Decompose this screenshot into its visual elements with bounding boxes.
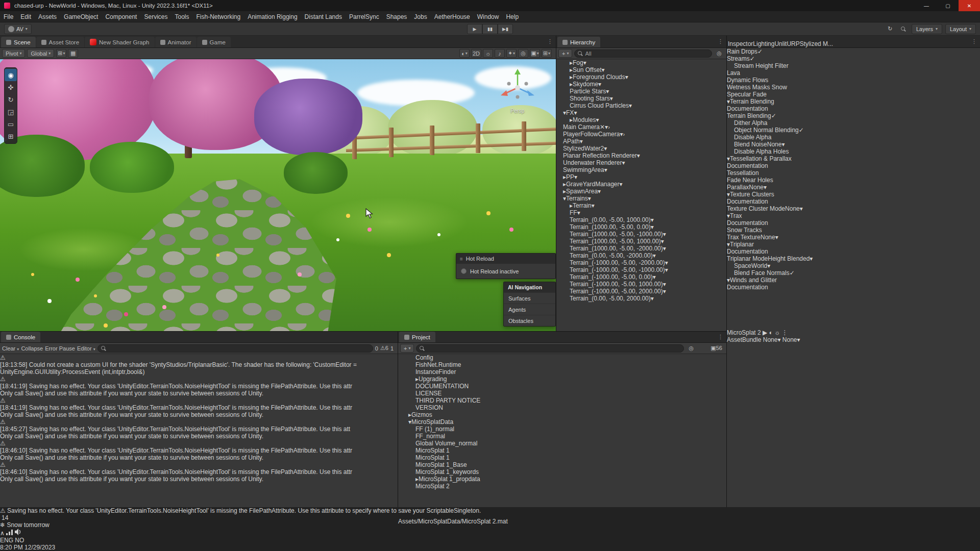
preview-header[interactable]: MicroSplat 2 ▶ ◐ ☼ ⋮ xyxy=(727,329,980,336)
hierarchy-row-graveyardmanager[interactable]: ▸GraveYardManager▾ xyxy=(556,181,726,188)
hierarchy-row-terrain-0-00-5-00-1000-00[interactable]: Terrain_(0.00, -5.00, 1000.00)▾ xyxy=(556,216,726,223)
tab-lighting[interactable]: Lighting xyxy=(753,40,774,47)
hierarchy-row-stylizedwater2[interactable]: StylizedWater2▾ xyxy=(556,145,726,152)
hierarchy-row-ff[interactable]: FF▾ xyxy=(556,209,726,216)
preview-light-icon[interactable]: ☼ xyxy=(774,329,780,336)
project-item-config[interactable]: Config xyxy=(398,354,726,361)
checkbox[interactable]: ✓ xyxy=(757,48,763,55)
projection-label[interactable]: Persp xyxy=(496,108,540,114)
inspector-section-terrain-blending[interactable]: ▾Terrain BlendingDocumentation xyxy=(727,98,980,112)
hierarchy-row-terrain-1000-00-5-00-1000-00[interactable]: Terrain_(-1000.00, -5.00, 1000.00)▾ xyxy=(556,281,726,288)
layers-dropdown[interactable]: Layers ▾ xyxy=(912,24,942,34)
console-entry[interactable]: ⚠[18:41:19] Saving has no effect. Your c… xyxy=(0,375,398,397)
checkbox[interactable]: ✓ xyxy=(799,127,804,134)
status-bar[interactable]: ⚠ Saving has no effect. Your class 'Unit… xyxy=(0,507,980,514)
hot-reload-status-row[interactable]: Hot Reload inactive xyxy=(456,264,555,279)
scene-viewport[interactable]: ◉✜↻◲▭⊞ xyxy=(0,59,556,331)
inspector-section-texture-clusters[interactable]: ▾Texture ClustersDocumentation xyxy=(727,191,980,205)
menu-item-parrelsync[interactable]: ParrelSync xyxy=(346,11,383,22)
console-entry[interactable]: ⚠[18:13:58] Could not create a custom UI… xyxy=(0,354,398,375)
scale-tool-icon[interactable]: ◲ xyxy=(5,106,17,118)
assetbundle-variant-dropdown[interactable]: None▾ xyxy=(782,336,800,343)
scene-audio-icon[interactable]: ♪ xyxy=(495,49,505,58)
hot-reload-header[interactable]: ≡ Hot Reload xyxy=(456,254,555,264)
panel-menu-icon[interactable]: ⋮ xyxy=(718,38,723,45)
hierarchy-row-terrain-1000-00-5-00-2000-00[interactable]: Terrain_(-1000.00, -5.00, 2000.00)▾ xyxy=(556,288,726,295)
project-item-microsplat-1[interactable]: MicroSplat 1 xyxy=(398,454,726,461)
checkbox[interactable]: ✓ xyxy=(771,112,776,119)
inspector-section-winds-and-glitter[interactable]: ▾Winds and GlitterDocumentation xyxy=(727,277,980,291)
snap-settings-icon[interactable]: ▦ xyxy=(68,49,78,58)
console-entry[interactable]: ⚠[18:46:10] Saving has no effect. Your c… xyxy=(0,461,398,483)
project-search-input[interactable] xyxy=(416,344,684,353)
menu-item-jobs[interactable]: Jobs xyxy=(410,11,430,22)
hierarchy-row-swimmingarea[interactable]: SwimmingArea▾ xyxy=(556,166,726,173)
hierarchy-row-terrain[interactable]: ▸Terrain▾ xyxy=(556,202,726,209)
create-object-button[interactable]: + ▾ xyxy=(558,49,572,58)
view-tool-icon[interactable]: ◉ xyxy=(5,69,17,81)
project-item-microsplat-1[interactable]: MicroSplat 1 xyxy=(398,447,726,454)
project-item-gizmos[interactable]: ▸Gizmos xyxy=(398,411,726,418)
console-search-input[interactable] xyxy=(97,344,373,353)
hidden-objects-icon[interactable]: ◎ xyxy=(518,49,528,58)
tab-unliturp[interactable]: UnlitURP xyxy=(774,40,799,47)
console-entry[interactable]: ⚠[18:45:27] Saving has no effect. Your c… xyxy=(0,418,398,440)
inspector-section-trax[interactable]: ▾TraxDocumentation xyxy=(727,212,980,227)
hierarchy-row-particle-stars[interactable]: Particle Stars▾ xyxy=(556,88,726,95)
hierarchy-row-underwater-renderer[interactable]: Underwater Renderer▾ xyxy=(556,159,726,166)
menu-item-shapes[interactable]: Shapes xyxy=(383,11,411,22)
console-entry[interactable]: ⚠[18:46:10] Saving has no effect. Your c… xyxy=(0,440,398,461)
prefab-open-icon[interactable]: › xyxy=(608,124,610,130)
hierarchy-row-apath[interactable]: APath▾ xyxy=(556,138,726,145)
hierarchy-row-main-camera[interactable]: Main Camera✕▾› xyxy=(556,123,726,131)
project-item-license[interactable]: LICENSE xyxy=(398,390,726,397)
project-item-microsplat-2[interactable]: MicroSplat 2 xyxy=(398,483,726,490)
tab-asset-store[interactable]: Asset Store xyxy=(36,37,84,47)
rect-tool-icon[interactable]: ▭ xyxy=(5,118,17,130)
tab-stylized-m[interactable]: Stylized M... xyxy=(800,40,833,47)
scene-effects-icon[interactable]: ✦▾ xyxy=(506,49,517,58)
documentation-button[interactable]: Documentation xyxy=(727,198,980,205)
project-item-instancefinder[interactable]: InstanceFinder xyxy=(398,368,726,375)
layout-dropdown[interactable]: Layout ▾ xyxy=(945,24,976,34)
hierarchy-search-input[interactable]: All xyxy=(574,49,712,58)
scrollbar-thumb[interactable] xyxy=(727,291,980,329)
warning-count[interactable]: ⚠6 xyxy=(380,345,388,352)
inspector-section-triplanar[interactable]: ▾TriplanarDocumentation xyxy=(727,241,980,255)
dropdown[interactable]: World▾ xyxy=(751,262,770,269)
scene-lighting-icon[interactable]: ☼ xyxy=(483,49,493,58)
hierarchy-row-terrains[interactable]: ▾Terrains▾ xyxy=(556,195,726,202)
title-bar[interactable]: chased-urp - NewWorld - Windows, Mac, Li… xyxy=(0,0,980,11)
menu-item-help[interactable]: Help xyxy=(502,11,522,22)
error-pause-button[interactable]: Error Pause xyxy=(45,345,75,352)
tab-new-shader-graph[interactable]: New Shader Graph xyxy=(85,37,154,47)
project-item-third-party-notice[interactable]: THIRD PARTY NOTICE xyxy=(398,397,726,404)
tray-chevron-icon[interactable]: ∧ xyxy=(0,530,5,537)
lock-icon[interactable] xyxy=(698,344,708,353)
project-item-version[interactable]: VERSION xyxy=(398,404,726,411)
search-icon[interactable] xyxy=(898,24,909,33)
create-asset-button[interactable]: + ▾ xyxy=(400,344,414,353)
project-item-global-volume-normal[interactable]: Global Volume_normal xyxy=(398,440,726,447)
hierarchy-row-spawnarea[interactable]: ▸SpawnArea▾ xyxy=(556,188,726,195)
documentation-button[interactable]: Documentation xyxy=(727,105,980,112)
close-button[interactable]: ✕ xyxy=(959,0,980,11)
checkbox[interactable]: ✓ xyxy=(790,269,795,277)
hierarchy-row-skydome[interactable]: ▸Skydome▾ xyxy=(556,81,726,88)
ai-nav-item-obstacles[interactable]: Obstacles xyxy=(504,315,555,326)
documentation-button[interactable]: Documentation xyxy=(727,248,980,255)
volume-icon[interactable] xyxy=(15,529,22,535)
transform-tool-icon[interactable]: ⊞ xyxy=(5,130,17,142)
tab-project[interactable]: Project xyxy=(399,332,435,342)
project-item-upgrading[interactable]: ▸Upgrading xyxy=(398,375,726,383)
hierarchy-row-cirrus-cloud-particles[interactable]: Cirrus Cloud Particles▾ xyxy=(556,102,726,109)
hierarchy-row-planar-reflection-renderer[interactable]: Planar Reflection Renderer▾ xyxy=(556,152,726,159)
hierarchy-row-terrain-1000-00-5-00-1000-00[interactable]: Terrain_(1000.00, -5.00, 1000.00)▾ xyxy=(556,238,726,245)
panel-menu-icon[interactable]: ⋮ xyxy=(971,38,977,45)
preview-menu-icon[interactable]: ⋮ xyxy=(782,329,788,336)
menu-item-tools[interactable]: Tools xyxy=(171,11,192,22)
menu-item-distant-lands[interactable]: Distant Lands xyxy=(301,11,346,22)
clock[interactable]: 8:20 PM 12/29/2023 xyxy=(0,544,980,551)
network-icon[interactable] xyxy=(6,529,13,535)
menu-item-component[interactable]: Component xyxy=(102,11,140,22)
